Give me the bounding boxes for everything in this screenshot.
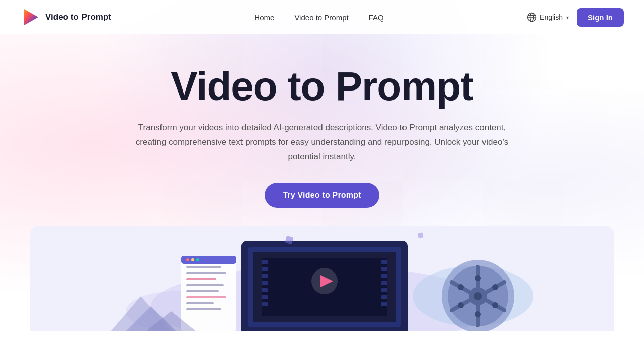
svg-rect-64	[418, 232, 424, 238]
globe-icon	[527, 12, 537, 22]
svg-rect-36	[186, 290, 219, 292]
nav-link-video-to-prompt[interactable]: Video to Prompt	[294, 13, 348, 22]
svg-rect-32	[186, 266, 221, 268]
svg-rect-22	[381, 274, 387, 278]
svg-rect-34	[186, 278, 216, 280]
svg-rect-16	[262, 281, 268, 285]
svg-point-41	[186, 258, 189, 261]
hero-title: Video to Prompt	[171, 64, 473, 109]
svg-rect-17	[262, 288, 268, 292]
illustration-container	[30, 226, 614, 331]
language-selector[interactable]: English ▾	[527, 12, 569, 22]
svg-rect-40	[181, 256, 236, 264]
illustration-wrapper	[0, 226, 644, 331]
svg-point-57	[492, 302, 498, 308]
svg-rect-26	[381, 302, 387, 306]
nav-link-home[interactable]: Home	[254, 13, 274, 22]
svg-rect-37	[186, 296, 226, 298]
svg-marker-0	[24, 9, 38, 25]
hero-illustration	[96, 226, 548, 331]
hero-subtitle: Transform your videos into detailed AI-g…	[131, 121, 513, 164]
svg-point-55	[475, 311, 481, 317]
svg-rect-24	[381, 288, 387, 292]
navbar: Video to Prompt Home Video to Prompt FAQ…	[0, 0, 644, 34]
svg-rect-19	[262, 302, 268, 306]
nav-right: English ▾ Sign In	[527, 8, 624, 27]
svg-point-42	[191, 258, 194, 261]
svg-point-58	[458, 302, 464, 308]
chevron-down-icon: ▾	[566, 15, 569, 20]
svg-rect-13	[262, 260, 268, 264]
svg-point-59	[492, 284, 498, 290]
svg-rect-21	[381, 267, 387, 271]
svg-rect-33	[186, 272, 226, 274]
sign-in-button[interactable]: Sign In	[577, 8, 624, 27]
nav-links: Home Video to Prompt FAQ	[254, 13, 383, 22]
nav-link-faq[interactable]: FAQ	[369, 13, 384, 22]
svg-rect-35	[186, 284, 224, 286]
svg-point-43	[196, 258, 199, 261]
svg-point-56	[458, 284, 464, 290]
svg-rect-15	[262, 274, 268, 278]
svg-rect-14	[262, 267, 268, 271]
svg-rect-23	[381, 281, 387, 285]
try-cta-button[interactable]: Try Video to Prompt	[265, 183, 379, 208]
svg-rect-20	[381, 260, 387, 264]
svg-rect-25	[381, 295, 387, 299]
svg-point-54	[475, 275, 481, 281]
svg-rect-38	[186, 302, 214, 304]
svg-rect-18	[262, 295, 268, 299]
hero-section: Video to Prompt Transform your videos in…	[0, 34, 644, 208]
logo-text: Video to Prompt	[45, 12, 111, 22]
svg-point-47	[474, 292, 482, 300]
svg-rect-39	[186, 308, 221, 310]
language-label: English	[540, 13, 563, 21]
logo-icon	[20, 7, 40, 27]
logo-link[interactable]: Video to Prompt	[20, 7, 111, 27]
